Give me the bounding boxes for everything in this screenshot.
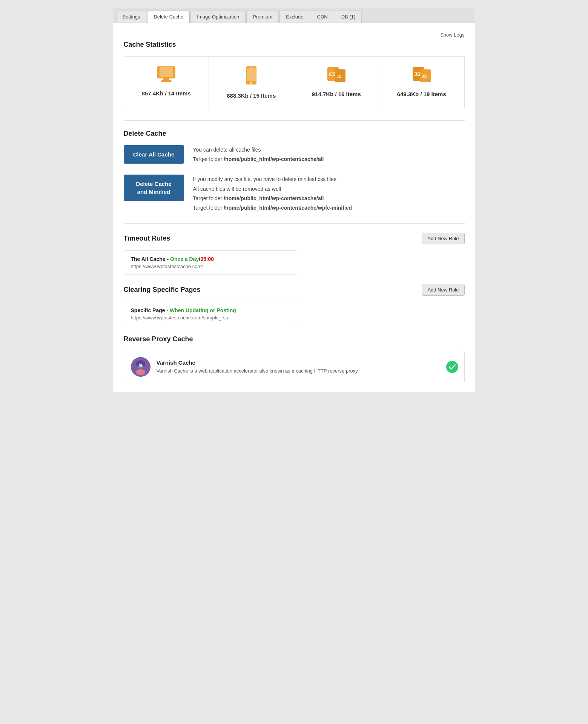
stat-css: CSS JS 914.7Kb / 16 Items bbox=[294, 57, 379, 108]
clear-all-cache-button[interactable]: Clear All Cache bbox=[124, 145, 184, 164]
clearing-pages-rule-title: Specific Page - When Updating or Posting bbox=[131, 307, 290, 313]
stat-js: JS JS 649.3Kb / 19 Items bbox=[379, 57, 464, 108]
main-content: Show Logs Cache Statistics bbox=[113, 23, 475, 392]
tab-bar: Settings Delete Cache Image Optimization… bbox=[113, 8, 475, 23]
clearing-pages-header: Clearing Specific Pages Add New Rule bbox=[124, 284, 465, 296]
delete-minified-line2: All cache files will be removed as well bbox=[193, 184, 352, 194]
svg-rect-8 bbox=[250, 67, 253, 68]
varnish-title: Varnish Cache bbox=[157, 359, 458, 366]
clear-all-line2-path: /home/public_html/wp-content/cache/all bbox=[224, 156, 324, 162]
timeout-rules-header: Timeout Rules Add New Rule bbox=[124, 233, 465, 244]
cache-stats-grid: 857.4Kb / 14 Items 888.3Kb / 15 Items bbox=[124, 56, 465, 108]
cache-statistics-title: Cache Statistics bbox=[124, 41, 465, 49]
timeout-rule-prefix: The All Cache - bbox=[131, 256, 170, 262]
delete-cache-title: Delete Cache bbox=[124, 130, 465, 138]
delete-minified-btn-line2: and Minified bbox=[137, 189, 170, 195]
clearing-pages-title: Clearing Specific Pages bbox=[124, 286, 201, 294]
svg-text:JS: JS bbox=[414, 71, 421, 77]
mobile-icon bbox=[245, 66, 257, 88]
tab-cdn[interactable]: CDN bbox=[311, 11, 334, 23]
cache-statistics-section: Cache Statistics 857.4Kb / 14 Items bbox=[124, 41, 465, 108]
css-icon: CSS JS bbox=[327, 66, 346, 86]
clear-all-line2: Target folder /home/public_html/wp-conte… bbox=[193, 155, 324, 164]
clearing-pages-rule-prefix: Specific Page - bbox=[131, 307, 170, 313]
timeout-rule-red: 05:00 bbox=[200, 256, 214, 262]
monitor-icon bbox=[157, 66, 176, 86]
tab-delete-cache[interactable]: Delete Cache bbox=[147, 11, 190, 23]
stat-mobile-label: 888.3Kb / 15 Items bbox=[227, 92, 276, 99]
timeout-rules-section: Timeout Rules Add New Rule The All Cache… bbox=[124, 233, 465, 275]
reverse-proxy-section: Reverse Proxy Cache bbox=[124, 335, 465, 383]
delete-minified-line3: Target folder /home/public_html/wp-conte… bbox=[193, 194, 352, 203]
stat-desktop: 857.4Kb / 14 Items bbox=[124, 57, 209, 108]
varnish-check-icon bbox=[446, 361, 458, 373]
svg-point-23 bbox=[136, 369, 145, 375]
delete-minified-line4: Target folder /home/public_html/wp-conte… bbox=[193, 203, 352, 213]
timeout-rule-green: Once a Day bbox=[170, 256, 199, 262]
stat-css-label: 914.7Kb / 16 Items bbox=[312, 91, 361, 97]
js-icon: JS JS bbox=[412, 66, 431, 86]
tab-image-optimization[interactable]: Image Optimization bbox=[190, 11, 246, 23]
reverse-proxy-title: Reverse Proxy Cache bbox=[124, 335, 465, 343]
clear-all-line2-prefix: Target folder bbox=[193, 156, 224, 162]
clearing-pages-add-rule-button[interactable]: Add New Rule bbox=[422, 284, 464, 296]
svg-point-22 bbox=[142, 361, 145, 367]
timeout-rule-card: The All Cache - Once a Day/05:00 https:/… bbox=[124, 250, 297, 275]
svg-text:JS: JS bbox=[336, 74, 341, 78]
delete-minified-desc: If you modify any css file, you have to … bbox=[193, 175, 352, 213]
tab-exclude[interactable]: Exclude bbox=[279, 11, 310, 23]
varnish-avatar bbox=[131, 357, 150, 377]
main-container: Settings Delete Cache Image Optimization… bbox=[113, 8, 475, 392]
stat-js-label: 649.3Kb / 19 Items bbox=[397, 91, 446, 97]
timeout-rule-url: https://www.wpfastestcache.com/ bbox=[131, 264, 290, 269]
delete-minified-button[interactable]: Delete Cache and Minified bbox=[124, 175, 184, 201]
varnish-card: Varnish Cache Varnish Cache is a web app… bbox=[124, 351, 465, 383]
divider-1 bbox=[124, 120, 465, 121]
stat-mobile: 888.3Kb / 15 Items bbox=[209, 57, 294, 108]
timeout-rules-title: Timeout Rules bbox=[124, 235, 170, 242]
svg-text:JS: JS bbox=[422, 74, 427, 78]
clearing-specific-pages-section: Clearing Specific Pages Add New Rule Spe… bbox=[124, 284, 465, 326]
svg-rect-6 bbox=[247, 68, 256, 81]
clearing-pages-rule-card: Specific Page - When Updating or Posting… bbox=[124, 302, 297, 326]
clearing-pages-rule-green: When Updating or Posting bbox=[170, 307, 236, 313]
delete-minified-line1: If you modify any css file, you have to … bbox=[193, 175, 352, 184]
show-logs-row: Show Logs bbox=[124, 32, 465, 38]
delete-minified-btn-line1: Delete Cache bbox=[136, 181, 171, 187]
timeout-add-rule-button[interactable]: Add New Rule bbox=[422, 233, 464, 244]
tab-settings[interactable]: Settings bbox=[116, 11, 147, 23]
delete-minified-row: Delete Cache and Minified If you modify … bbox=[124, 175, 465, 213]
clear-all-cache-desc: You can delete all cache files Target fo… bbox=[193, 145, 324, 164]
varnish-info: Varnish Cache Varnish Cache is a web app… bbox=[157, 359, 458, 375]
show-logs-link[interactable]: Show Logs bbox=[440, 32, 464, 38]
clear-all-cache-row: Clear All Cache You can delete all cache… bbox=[124, 145, 465, 164]
clear-all-line1: You can delete all cache files bbox=[193, 145, 324, 155]
svg-rect-3 bbox=[161, 80, 172, 82]
tab-db[interactable]: DB (1) bbox=[335, 11, 362, 23]
delete-cache-section: Delete Cache Clear All Cache You can del… bbox=[124, 130, 465, 213]
svg-point-21 bbox=[136, 361, 139, 367]
varnish-desc: Varnish Cache is a web application accel… bbox=[157, 367, 458, 375]
clearing-pages-rule-url: https://www.wpfastestcache.com/sample_rs… bbox=[131, 315, 290, 321]
svg-point-7 bbox=[250, 82, 252, 84]
stat-desktop-label: 857.4Kb / 14 Items bbox=[142, 90, 191, 97]
divider-2 bbox=[124, 223, 465, 224]
svg-rect-2 bbox=[163, 78, 169, 80]
tab-premium[interactable]: Premium bbox=[246, 11, 279, 23]
timeout-rule-title: The All Cache - Once a Day/05:00 bbox=[131, 256, 290, 262]
